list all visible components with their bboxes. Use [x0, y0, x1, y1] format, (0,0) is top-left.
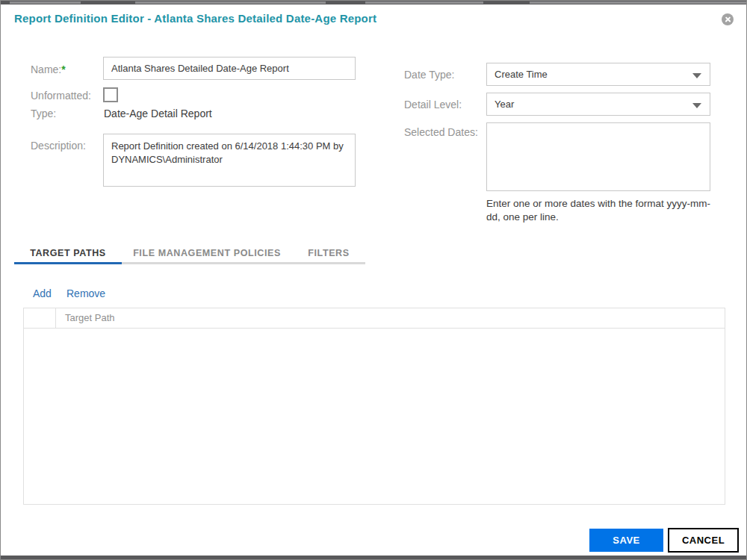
detail-level-value: Year	[495, 99, 514, 110]
name-input[interactable]	[103, 57, 356, 80]
detail-level-label: Detail Level:	[404, 99, 462, 111]
selected-dates-hint: Enter one or more dates with the format …	[486, 197, 715, 224]
description-textarea[interactable]: Report Definition created on 6/14/2018 1…	[103, 134, 356, 187]
background-page-edge-top	[1, 1, 746, 4]
table-header-row: Target Path	[24, 308, 725, 329]
detail-level-dropdown[interactable]: Year	[486, 93, 710, 116]
selected-dates-label: Selected Dates:	[404, 126, 478, 138]
table-header-selector-column	[24, 308, 56, 328]
type-label: Type:	[31, 108, 56, 119]
tab-file-management-policies[interactable]: FILE MANAGEMENT POLICIES	[122, 243, 292, 264]
required-asterisk: *	[61, 63, 65, 75]
description-label: Description:	[31, 140, 86, 152]
background-page-edge-bottom	[1, 556, 746, 559]
caret-down-icon	[692, 103, 701, 108]
table-header-target-path: Target Path	[56, 308, 725, 328]
date-type-dropdown[interactable]: Create Time	[486, 63, 710, 86]
tab-target-paths[interactable]: TARGET PATHS	[14, 243, 122, 264]
caret-down-icon	[692, 73, 701, 78]
date-type-label: Date Type:	[404, 69, 454, 81]
close-icon[interactable]	[722, 13, 734, 25]
cancel-button[interactable]: CANCEL	[668, 528, 739, 553]
remove-link[interactable]: Remove	[66, 287, 105, 299]
unformatted-checkbox[interactable]	[103, 87, 118, 102]
unformatted-label: Unformatted:	[31, 90, 91, 102]
selected-dates-textarea[interactable]	[486, 122, 710, 191]
tab-filters[interactable]: FILTERS	[292, 243, 365, 264]
save-button[interactable]: SAVE	[589, 529, 663, 552]
add-link[interactable]: Add	[33, 287, 52, 299]
report-definition-editor-dialog: Report Definition Editor - Atlanta Share…	[0, 0, 747, 560]
date-type-value: Create Time	[495, 69, 548, 80]
dialog-title: Report Definition Editor - Atlanta Share…	[14, 12, 376, 25]
tab-bar: TARGET PATHS FILE MANAGEMENT POLICIES FI…	[14, 243, 365, 264]
type-value: Date-Age Detail Report	[104, 108, 212, 119]
name-label: Name:*	[31, 63, 66, 75]
target-paths-table: Target Path	[23, 308, 725, 505]
